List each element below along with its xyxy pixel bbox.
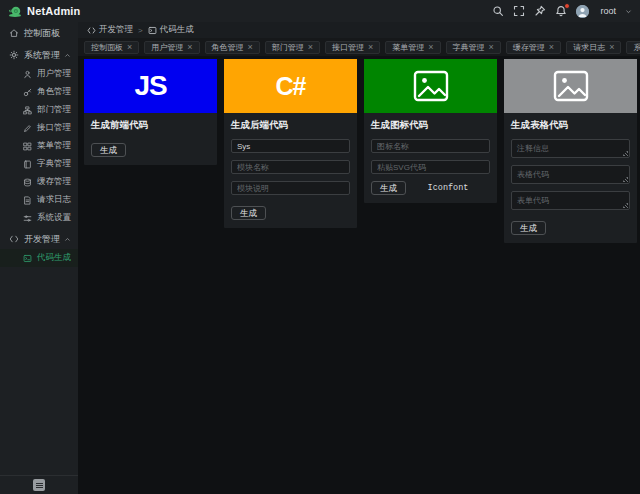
card-table-code: 生成表格代码 生成 [504,59,637,243]
sidebar-item-dict-mgmt[interactable]: 字典管理 [0,155,78,173]
tab-label: 控制面板 [91,42,123,53]
textarea-wrap [511,191,630,210]
notification-badge [564,3,570,9]
sidebar-item-label: 系统管理 [24,49,60,62]
generate-backend-button[interactable]: 生成 [231,206,266,220]
module-name-input[interactable] [231,160,350,174]
js-badge: JS [134,70,166,102]
card-body: 生成图标代码 生成 Iconfont [364,113,497,203]
textarea-wrap [511,139,630,158]
fullscreen-icon[interactable] [513,5,525,17]
main-content: JS 生成前端代码 生成 C# 生成后端代码 生成 生成图标代码 [78,56,640,494]
close-icon[interactable] [609,43,614,52]
tab-role-mgmt[interactable]: 角色管理 [205,41,260,54]
sidebar-item-label: 菜单管理 [37,140,71,152]
document-icon [23,196,32,205]
chevron-up-icon [64,52,71,59]
icon-name-input[interactable] [371,139,490,153]
card-table-header [504,59,637,113]
sidebar-item-dept-mgmt[interactable]: 部门管理 [0,101,78,119]
sidebar-item-cache-mgmt[interactable]: 缓存管理 [0,173,78,191]
tab-user-mgmt[interactable]: 用户管理 [144,41,199,54]
sidebar: 控制面板 系统管理 用户管理 角色管理 [0,22,78,494]
breadcrumb-item-code-generation[interactable]: 代码生成 [148,24,194,36]
close-icon[interactable] [428,43,433,52]
sidebar-item-role-mgmt[interactable]: 角色管理 [0,83,78,101]
username-label[interactable]: root [600,6,616,16]
module-prefix-input[interactable] [231,139,350,153]
close-icon[interactable] [549,43,554,52]
notifications-bell-icon[interactable] [555,5,567,17]
card-title: 生成表格代码 [511,119,630,132]
table-code-textarea[interactable] [511,165,630,184]
tab-api-mgmt[interactable]: 接口管理 [325,41,380,54]
sidebar-item-menu-mgmt[interactable]: 菜单管理 [0,137,78,155]
card-icon-code: 生成图标代码 生成 Iconfont [364,59,497,203]
sidebar-collapse-icon[interactable] [33,479,45,491]
sidebar-item-label: 缓存管理 [37,176,71,188]
pen-icon [23,124,32,133]
close-icon[interactable] [187,43,192,52]
avatar[interactable] [576,5,589,18]
tab-dashboard[interactable]: 控制面板 [84,41,139,54]
card-backend-code: C# 生成后端代码 生成 [224,59,357,228]
tab-menu-mgmt[interactable]: 菜单管理 [385,41,440,54]
sidebar-item-label: 请求日志 [37,194,71,206]
generate-icon-button[interactable]: 生成 [371,181,406,195]
sidebar-item-system-mgmt[interactable]: 系统管理 [0,45,78,65]
close-icon[interactable] [489,43,494,52]
generate-table-button[interactable]: 生成 [511,221,546,235]
card-title: 生成后端代码 [231,119,350,132]
svg-code-input[interactable] [371,160,490,174]
sidebar-item-dev-mgmt[interactable]: 开发管理 [0,229,78,249]
picture-icon [553,70,589,102]
generate-frontend-button[interactable]: 生成 [91,143,126,157]
textarea-wrap [511,165,630,184]
tab-cache-mgmt[interactable]: 缓存管理 [506,41,561,54]
iconfont-link[interactable]: Iconfont [406,183,490,193]
chevron-up-icon [64,236,71,243]
tab-dict-mgmt[interactable]: 字典管理 [446,41,501,54]
close-icon[interactable] [308,43,313,52]
tab-request-log[interactable]: 请求日志 [566,41,621,54]
module-desc-input[interactable] [231,181,350,195]
tab-label: 字典管理 [453,42,485,53]
search-icon[interactable] [492,5,504,17]
tab-system-settings[interactable]: 系统设置 [626,41,640,54]
sidebar-item-api-mgmt[interactable]: 接口管理 [0,119,78,137]
tab-label: 菜单管理 [392,42,424,53]
sidebar-item-system-settings[interactable]: 系统设置 [0,209,78,227]
sidebar-item-code-generation[interactable]: 代码生成 [0,249,78,267]
card-body: 生成表格代码 生成 [504,113,637,243]
card-body: 生成后端代码 生成 [224,113,357,228]
csharp-badge: C# [276,72,306,101]
brand[interactable]: NetAdmin [8,4,81,18]
home-icon [9,28,19,38]
top-bar: NetAdmin root [0,0,640,22]
comment-info-textarea[interactable] [511,139,630,158]
gear-icon [9,50,19,60]
book-icon [23,160,32,169]
tab-label: 部门管理 [272,42,304,53]
code-icon [9,234,19,244]
chevron-down-icon[interactable] [625,8,632,15]
form-code-textarea[interactable] [511,191,630,210]
sidebar-item-dashboard[interactable]: 控制面板 [0,23,78,43]
database-icon [23,178,32,187]
pin-icon[interactable] [534,5,546,17]
sidebar-menu: 控制面板 系统管理 用户管理 角色管理 [0,22,78,267]
topbar-actions: root [492,5,632,18]
sidebar-item-request-log[interactable]: 请求日志 [0,191,78,209]
breadcrumb-item-dev-mgmt[interactable]: 开发管理 [87,24,133,36]
sidebar-item-user-mgmt[interactable]: 用户管理 [0,65,78,83]
org-tree-icon [23,106,32,115]
tab-dept-mgmt[interactable]: 部门管理 [265,41,320,54]
close-icon[interactable] [248,43,253,52]
terminal-icon [148,26,157,35]
close-icon[interactable] [127,43,132,52]
brand-name: NetAdmin [27,5,81,17]
breadcrumb: 开发管理 > 代码生成 [78,22,640,38]
sidebar-item-label: 接口管理 [37,122,71,134]
close-icon[interactable] [368,43,373,52]
sliders-icon [23,214,32,223]
